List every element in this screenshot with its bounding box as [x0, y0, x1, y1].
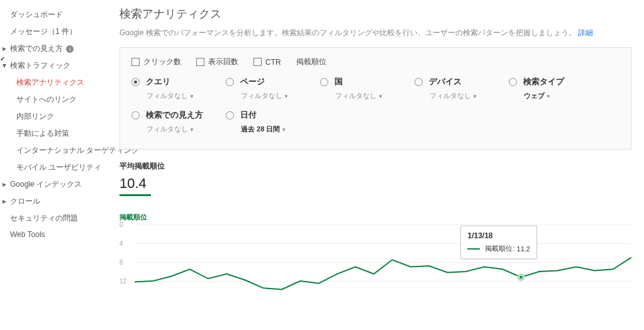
sidebar-item-web-tools[interactable]: Web Tools	[0, 227, 107, 242]
metric-block: 平均掲載順位 10.4	[119, 161, 631, 196]
sidebar-item-internal-links[interactable]: 内部リンク	[0, 108, 107, 125]
sidebar-item-google-index[interactable]: ▸Google インデックス	[0, 176, 107, 193]
sidebar-item-mobile-usability[interactable]: モバイル ユーザビリティ	[0, 159, 107, 176]
sidebar-item-crawl[interactable]: ▸クロール	[0, 193, 107, 210]
chevron-down-icon: ▼	[189, 94, 194, 99]
radio-on-icon	[131, 78, 140, 86]
sidebar-item-search-appearance[interactable]: ▸検索での見え方 i	[0, 40, 107, 57]
caret-icon: ▸	[3, 180, 8, 189]
radio-icon	[509, 78, 517, 86]
dim-country[interactable]: 国 フィルタなし▼	[320, 76, 414, 101]
caret-icon: ▸	[3, 197, 8, 206]
metric-value: 10.4	[119, 175, 631, 192]
sidebar-item-dashboard[interactable]: ダッシュボード	[0, 6, 107, 23]
metric-underline	[119, 194, 151, 196]
checkbox-icon	[131, 58, 140, 66]
metric-check-row: クリック数 表示回数 CTR ✓掲載順位	[131, 57, 619, 67]
chevron-down-icon: ▼	[378, 94, 383, 99]
tooltip-label: 掲載順位:	[485, 244, 514, 253]
filter-panel: クリック数 表示回数 CTR ✓掲載順位 クエリ フィルタなし▼ ページ フィル…	[119, 47, 631, 150]
metric-title: 平均掲載順位	[119, 161, 631, 172]
chevron-down-icon: ▼	[546, 94, 551, 99]
sidebar-item-intl-targeting[interactable]: インターナショナル ターゲティング	[0, 142, 107, 159]
dim-date[interactable]: 日付 過去 28 日間▼	[226, 109, 320, 134]
sidebar-item-messages[interactable]: メッセージ（1 件）	[0, 23, 107, 40]
checkbox-icon	[196, 58, 204, 66]
radio-icon	[226, 111, 234, 119]
caret-down-icon: ▾	[3, 61, 8, 70]
sidebar-item-security[interactable]: セキュリティの問題	[0, 210, 107, 227]
learn-more-link[interactable]: 詳細	[578, 28, 593, 37]
chevron-down-icon: ▼	[189, 127, 194, 133]
dim-query[interactable]: クエリ フィルタなし▼	[131, 76, 226, 101]
sidebar-item-links[interactable]: サイトへのリンク	[0, 91, 107, 108]
sidebar-item-manual-actions[interactable]: 手動による対策	[0, 125, 107, 142]
chevron-down-icon: ▼	[281, 127, 286, 133]
tooltip-value: 11.2	[517, 245, 530, 253]
dimension-row: クエリ フィルタなし▼ ページ フィルタなし▼ 国 フィルタなし▼ デバイス フ…	[131, 76, 619, 143]
position-chart[interactable]: 04812 1/13/18 掲載順位: 11.2	[119, 224, 631, 300]
dim-search-type[interactable]: 検索タイプ ウェブ▼	[509, 76, 603, 101]
line-series	[135, 224, 631, 300]
check-impressions[interactable]: 表示回数	[196, 57, 238, 67]
check-clicks[interactable]: クリック数	[131, 57, 181, 67]
dim-appearance[interactable]: 検索での見え方 フィルタなし▼	[131, 109, 226, 134]
dim-page[interactable]: ページ フィルタなし▼	[226, 76, 320, 101]
check-position[interactable]: ✓掲載順位	[296, 57, 326, 67]
radio-icon	[320, 78, 328, 86]
radio-icon	[226, 78, 234, 86]
chart-area: 掲載順位 04812 1/13/18 掲載順位: 11.2	[119, 212, 631, 300]
chart-title: 掲載順位	[119, 212, 631, 222]
radio-icon	[414, 78, 423, 86]
dim-device[interactable]: デバイス フィルタなし▼	[414, 76, 509, 101]
radio-icon	[131, 111, 140, 119]
page-title: 検索アナリティクス	[119, 6, 631, 21]
info-icon: i	[66, 45, 74, 53]
tooltip-date: 1/13/18	[467, 231, 530, 240]
legend-swatch	[467, 248, 480, 250]
sidebar: ダッシュボード メッセージ（1 件） ▸検索での見え方 i ▾検索トラフィック …	[0, 0, 107, 330]
chart-tooltip: 1/13/18 掲載順位: 11.2	[460, 226, 537, 259]
checkbox-icon	[253, 58, 262, 66]
check-ctr[interactable]: CTR	[253, 57, 281, 67]
main-content: 検索アナリティクス Google 検索でのパフォーマンスを分析します。検索結果の…	[107, 0, 644, 330]
caret-icon: ▸	[3, 44, 8, 53]
page-description: Google 検索でのパフォーマンスを分析します。検索結果のフィルタリングや比較…	[119, 28, 631, 38]
chevron-down-icon: ▼	[284, 94, 289, 99]
sidebar-item-search-analytics[interactable]: 検索アナリティクス	[0, 74, 107, 91]
chevron-down-icon: ▼	[472, 94, 477, 99]
sidebar-item-search-traffic[interactable]: ▾検索トラフィック	[0, 57, 107, 74]
svg-point-0	[518, 275, 523, 280]
